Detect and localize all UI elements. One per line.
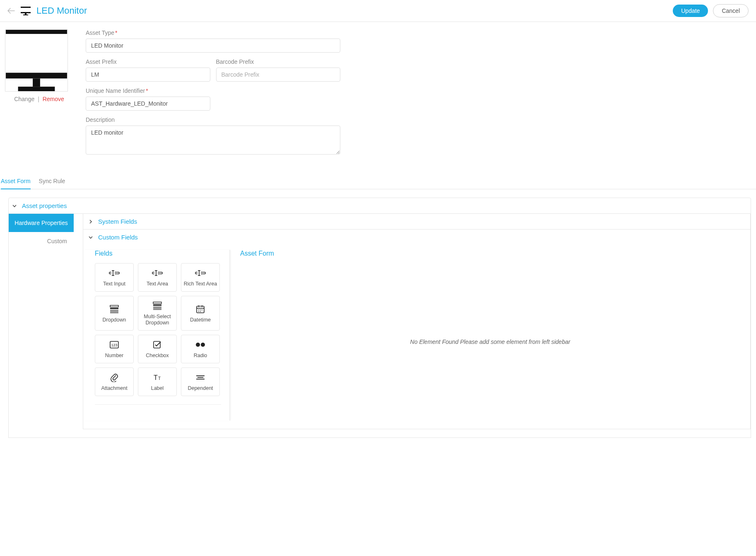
field-attachment[interactable]: Attachment xyxy=(95,367,134,396)
svg-rect-6 xyxy=(33,78,40,87)
datetime-icon xyxy=(196,305,205,314)
svg-rect-29 xyxy=(154,341,160,348)
asset-properties-title: Asset properties xyxy=(22,202,67,209)
svg-rect-5 xyxy=(6,73,67,79)
field-number[interactable]: 123 Number xyxy=(95,335,134,363)
empty-state-message: No Element Found Please add some element… xyxy=(240,263,740,421)
svg-text:T: T xyxy=(154,374,158,381)
checkbox-icon xyxy=(153,340,162,349)
description-textarea[interactable]: LED monitor xyxy=(86,126,340,155)
field-text-input[interactable]: Text Input xyxy=(95,263,134,292)
field-text-area[interactable]: Text Area xyxy=(138,263,177,292)
svg-point-30 xyxy=(196,343,200,347)
svg-text:T: T xyxy=(158,376,161,381)
multi-select-icon xyxy=(153,301,162,310)
barcode-prefix-input[interactable] xyxy=(216,68,341,82)
svg-rect-2 xyxy=(25,13,26,15)
dropdown-icon xyxy=(110,305,119,314)
field-dropdown[interactable]: Dropdown xyxy=(95,296,134,331)
svg-text:123: 123 xyxy=(111,343,117,347)
field-radio[interactable]: Radio xyxy=(181,335,220,363)
tab-asset-form[interactable]: Asset Form xyxy=(1,174,31,189)
fields-heading: Fields xyxy=(95,250,221,257)
divider: | xyxy=(38,96,39,102)
field-label: Radio xyxy=(194,353,207,359)
svg-point-24 xyxy=(202,309,202,310)
cancel-button[interactable]: Cancel xyxy=(713,4,749,17)
fields-panel: Fields Text Input Text Area xyxy=(83,250,230,421)
field-label: Checkbox xyxy=(146,353,169,359)
field-checkbox[interactable]: Checkbox xyxy=(138,335,177,363)
monitor-icon xyxy=(20,6,31,15)
label-icon: TT xyxy=(152,373,163,382)
svg-rect-8 xyxy=(110,305,118,307)
sidebar-custom[interactable]: Custom xyxy=(9,232,74,250)
field-label-type[interactable]: TT Label xyxy=(138,367,177,396)
monitor-preview-icon xyxy=(5,30,67,91)
dependent-icon xyxy=(195,373,205,382)
asset-type-input[interactable] xyxy=(86,39,340,53)
field-grid: Text Input Text Area Rich Text Area xyxy=(95,263,221,405)
field-dependent[interactable]: Dependent xyxy=(181,367,220,396)
barcode-prefix-label: Barcode Prefix xyxy=(216,58,341,65)
field-label: Multi-Select Dropdown xyxy=(140,314,175,326)
svg-rect-1 xyxy=(21,12,31,13)
text-input-icon xyxy=(109,268,120,278)
update-button[interactable]: Update xyxy=(673,5,708,17)
field-label: Rich Text Area xyxy=(184,281,217,287)
unique-name-input[interactable] xyxy=(86,97,210,111)
field-label: Dependent xyxy=(188,385,213,392)
asset-prefix-input[interactable] xyxy=(86,68,210,82)
custom-fields-accordion: Custom Fields Fields Text Input xyxy=(83,230,751,429)
svg-rect-13 xyxy=(153,302,161,304)
custom-fields-header[interactable]: Custom Fields xyxy=(83,230,750,245)
sidebar-hardware-properties[interactable]: Hardware Properties xyxy=(9,214,74,232)
svg-point-31 xyxy=(201,343,205,347)
field-rich-text-area[interactable]: Rich Text Area xyxy=(181,263,220,292)
chevron-down-icon xyxy=(88,235,94,240)
text-area-icon xyxy=(152,268,163,278)
svg-rect-4 xyxy=(6,30,67,34)
field-label: Label xyxy=(151,385,164,392)
back-arrow-icon[interactable] xyxy=(7,8,15,14)
svg-point-26 xyxy=(200,311,201,312)
field-multi-select-dropdown[interactable]: Multi-Select Dropdown xyxy=(138,296,177,331)
main-tabs: Asset Form Sync Rule xyxy=(0,174,756,189)
image-column: Change | Remove xyxy=(5,29,73,160)
tab-sync-rule[interactable]: Sync Rule xyxy=(39,174,65,189)
field-datetime[interactable]: Datetime xyxy=(181,296,220,331)
form-column: Asset Type* Asset Prefix Barcode Prefix … xyxy=(86,29,340,160)
field-label: Dropdown xyxy=(103,317,126,323)
svg-rect-0 xyxy=(21,7,31,8)
attachment-icon xyxy=(110,373,118,382)
description-label: Description xyxy=(86,116,340,123)
properties-content: System Fields Custom Fields Fields xyxy=(74,214,751,438)
svg-rect-7 xyxy=(18,87,55,91)
field-label: Attachment xyxy=(101,385,127,392)
field-label: Number xyxy=(105,353,123,359)
svg-rect-9 xyxy=(110,308,118,309)
svg-rect-3 xyxy=(23,15,28,15)
page-header: LED Monitor Update Cancel xyxy=(0,0,756,22)
asset-form-panel: Asset Form No Element Found Please add s… xyxy=(230,250,750,421)
asset-prefix-label: Asset Prefix xyxy=(86,58,210,65)
remove-image-link[interactable]: Remove xyxy=(43,96,64,102)
asset-properties-header[interactable]: Asset properties xyxy=(8,198,751,214)
asset-type-label: Asset Type* xyxy=(86,29,340,36)
chevron-down-icon xyxy=(12,203,18,208)
field-label: Datetime xyxy=(190,317,211,323)
image-actions: Change | Remove xyxy=(5,96,73,102)
top-section: Change | Remove Asset Type* Asset Prefix… xyxy=(0,22,756,170)
field-label: Text Input xyxy=(103,281,125,287)
custom-fields-body: Fields Text Input Text Area xyxy=(83,245,750,429)
rich-text-icon xyxy=(195,268,206,278)
svg-point-25 xyxy=(198,311,199,312)
change-image-link[interactable]: Change xyxy=(14,96,34,102)
asset-properties-body: Hardware Properties Custom System Fields… xyxy=(8,214,751,438)
system-fields-title: System Fields xyxy=(98,218,137,225)
panel-area: Asset properties Hardware Properties Cus… xyxy=(0,189,756,450)
system-fields-header[interactable]: System Fields xyxy=(83,214,750,229)
chevron-right-icon xyxy=(88,219,94,224)
svg-point-23 xyxy=(200,309,201,310)
svg-point-22 xyxy=(198,309,199,310)
